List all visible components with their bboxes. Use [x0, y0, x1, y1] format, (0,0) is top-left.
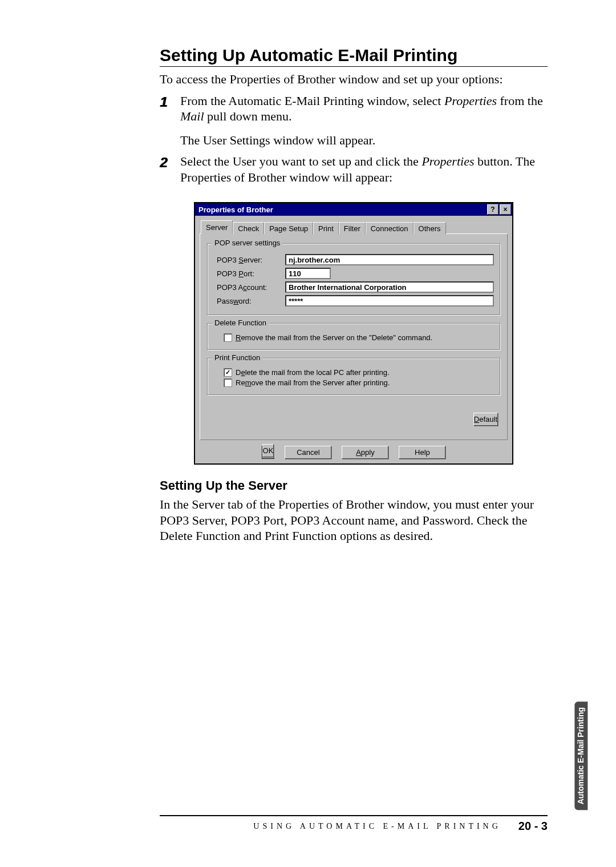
input-pop3-account[interactable]: Brother International Corporation: [285, 281, 494, 293]
tab-page-setup[interactable]: Page Setup: [264, 222, 313, 234]
apply-button[interactable]: Apply: [342, 446, 388, 459]
footer-text: USING AUTOMATIC E-MAIL PRINTING: [253, 822, 501, 831]
cancel-button[interactable]: Cancel: [285, 446, 331, 459]
step-2: 2 Select the User you want to set up and…: [160, 154, 548, 185]
checkbox-remove-on-delete[interactable]: [224, 333, 232, 342]
tab-print[interactable]: Print: [313, 222, 339, 234]
tab-check[interactable]: Check: [233, 222, 264, 234]
step1-text-c: from the: [497, 94, 543, 108]
default-button[interactable]: Default: [473, 413, 498, 426]
group-pop-legend: POP server settings: [212, 239, 282, 247]
step-number-1: 1: [160, 94, 167, 110]
step1-text-e: pull down menu.: [204, 109, 292, 123]
step1-text-a: From the Automatic E-Mail Printing windo…: [180, 94, 444, 108]
subheading: Setting Up the Server: [160, 478, 548, 493]
checkbox-remove-server-after-print[interactable]: [224, 378, 232, 387]
input-pop3-port[interactable]: 110: [285, 268, 331, 279]
step-1: 1 From the Automatic E-Mail Printing win…: [160, 93, 548, 148]
step1-italic-properties: Properties: [444, 94, 497, 108]
step1-followup: The User Settings window will appear.: [180, 132, 548, 148]
page-number: 20 - 3: [518, 820, 548, 833]
input-pop3-server[interactable]: nj.brother.com: [285, 254, 494, 265]
subbody-text: In the Server tab of the Properties of B…: [160, 497, 548, 544]
label-password: Password:: [213, 297, 285, 305]
checkbox-delete-local-after-print[interactable]: ✓: [224, 368, 232, 377]
label-pop3-server: POP3 Server:: [213, 256, 285, 264]
close-icon[interactable]: ×: [500, 204, 511, 215]
group-print-function: Print Function ✓ Delete the mail from th…: [207, 358, 500, 395]
group-delete-legend: Delete Function: [212, 318, 269, 327]
ok-button[interactable]: OK: [262, 444, 274, 457]
dialog-button-row: OK Cancel Apply Help: [200, 446, 508, 459]
group-print-legend: Print Function: [212, 353, 262, 362]
tab-filter[interactable]: Filter: [339, 222, 366, 234]
step2-text-a: Select the User you want to set up and c…: [180, 154, 422, 168]
tab-connection[interactable]: Connection: [366, 222, 414, 234]
dialog-title: Properties of Brother: [198, 205, 273, 214]
tab-others[interactable]: Others: [414, 222, 446, 234]
step-number-2: 2: [160, 155, 167, 171]
label-pop3-port: POP3 Port:: [213, 269, 285, 278]
titlebar: Properties of Brother ? ×: [195, 203, 512, 216]
tab-server[interactable]: Server: [201, 220, 233, 234]
help-button[interactable]: Help: [399, 446, 445, 459]
page-heading: Setting Up Automatic E-Mail Printing: [160, 46, 548, 67]
group-delete-function: Delete Function Remove the mail from the…: [207, 323, 500, 350]
tab-panel-server: POP server settings POP3 Server: nj.brot…: [200, 233, 508, 440]
intro-text: To access the Properties of Brother wind…: [160, 71, 548, 87]
step1-italic-mail: Mail: [180, 109, 204, 123]
label-pop3-account: POP3 Account:: [213, 283, 285, 292]
label-delete-local-after-print: Delete the mail from the local PC after …: [236, 368, 390, 377]
tab-strip: Server Check Page Setup Print Filter Con…: [200, 221, 508, 234]
step2-italic-properties: Properties: [422, 154, 474, 168]
properties-dialog: Properties of Brother ? × Server Check P…: [194, 202, 513, 465]
label-remove-server-after-print: Remove the mail from the Server after pr…: [236, 378, 390, 387]
help-icon[interactable]: ?: [487, 204, 499, 215]
input-password[interactable]: *****: [285, 295, 494, 307]
label-remove-on-delete: Remove the mail from the Server on the "…: [236, 333, 432, 342]
group-pop-settings: POP server settings POP3 Server: nj.brot…: [207, 243, 500, 315]
side-tab: Automatic E-Mail Printing: [574, 701, 587, 810]
page-footer: USING AUTOMATIC E-MAIL PRINTING 20 - 3: [0, 815, 616, 833]
